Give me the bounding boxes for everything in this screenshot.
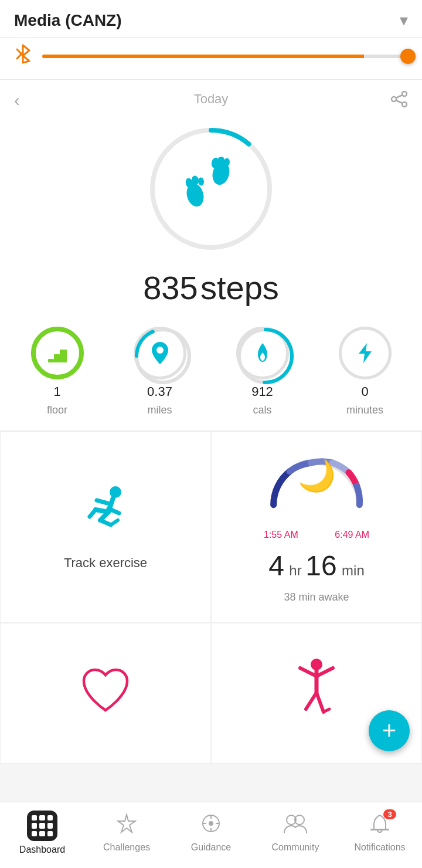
steps-unit: steps — [200, 269, 279, 306]
svg-line-3 — [396, 95, 403, 98]
heart-icon — [79, 666, 132, 721]
minutes-value: 0 — [361, 384, 368, 399]
svg-line-30 — [316, 693, 324, 712]
svg-line-29 — [306, 693, 316, 709]
stat-minutes[interactable]: 0 minutes — [339, 327, 392, 416]
svg-point-2 — [402, 102, 407, 107]
sleep-awake-label: 38 min awake — [284, 591, 349, 603]
svg-point-10 — [198, 177, 204, 186]
steps-section: 835 steps — [0, 113, 422, 321]
fab-plus-icon: + — [382, 718, 397, 743]
stats-row: 1 floor 0.37 miles — [0, 321, 422, 431]
steps-count: 835 — [143, 269, 198, 306]
community-icon — [283, 813, 308, 839]
cals-label: cals — [253, 404, 271, 416]
chevron-down-icon[interactable]: ▾ — [400, 11, 408, 30]
cals-value: 912 — [251, 384, 273, 399]
guidance-icon — [200, 813, 222, 839]
media-bar: Media (CANZ) ▾ — [0, 0, 422, 38]
volume-slider[interactable] — [42, 55, 408, 58]
nav-label-community: Community — [272, 842, 319, 853]
cards-grid: Track exercise 🌙 — [0, 431, 422, 764]
nav-item-community[interactable]: Community — [253, 802, 338, 868]
stat-floor[interactable]: 1 floor — [31, 327, 84, 416]
nav-label-challenges: Challenges — [103, 842, 150, 853]
dashboard-main: ‹ Today — [0, 80, 422, 764]
svg-point-0 — [402, 91, 407, 96]
floor-circle — [31, 327, 84, 379]
heart-rate-card[interactable] — [0, 623, 211, 764]
media-title: Media (CANZ) — [14, 11, 122, 30]
floor-label: floor — [47, 404, 67, 416]
miles-label: miles — [147, 404, 172, 416]
nav-label-guidance: Guidance — [191, 842, 232, 853]
sleep-card[interactable]: 🌙 1:55 AM 6:49 AM 4 hr 16 min 38 min awa… — [211, 432, 422, 623]
notifications-badge: 3 — [383, 809, 396, 819]
sleep-moon-icon: 🌙 — [298, 458, 336, 494]
sleep-start-time: 1:55 AM — [264, 530, 298, 540]
nav-left-arrow[interactable]: ‹ — [14, 90, 20, 110]
minutes-label: minutes — [346, 404, 383, 416]
svg-point-15 — [34, 330, 81, 377]
today-header: ‹ Today — [0, 80, 422, 113]
nav-item-challenges[interactable]: Challenges — [84, 802, 169, 868]
nav-item-dashboard[interactable]: Dashboard — [0, 802, 84, 868]
sleep-arc: 🌙 — [258, 451, 375, 516]
exercise-icon — [79, 484, 132, 546]
slider-thumb — [400, 49, 416, 64]
cals-circle — [236, 327, 289, 379]
notifications-icon-wrapper: 3 — [369, 813, 390, 839]
activity-card[interactable]: + — [211, 623, 422, 764]
steps-circle — [141, 118, 281, 259]
sleep-duration: 4 hr 16 min — [268, 550, 364, 582]
exercise-label: Track exercise — [64, 555, 147, 571]
svg-point-1 — [392, 97, 396, 101]
challenges-icon — [116, 813, 137, 839]
sleep-times: 1:55 AM 6:49 AM — [264, 530, 369, 540]
bluetooth-icon — [14, 43, 32, 69]
svg-point-24 — [110, 486, 121, 498]
nav-label-notifications: Notifications — [354, 842, 405, 853]
bluetooth-slider-row — [0, 38, 422, 80]
footsteps-icon — [179, 157, 243, 221]
stat-miles[interactable]: 0.37 miles — [134, 327, 186, 416]
svg-point-34 — [209, 821, 213, 826]
dashboard-icon — [27, 811, 57, 841]
stat-cals[interactable]: 912 cals — [236, 327, 289, 416]
miles-value: 0.37 — [147, 384, 172, 399]
svg-rect-41 — [370, 829, 389, 830]
nav-label-dashboard: Dashboard — [19, 845, 65, 855]
sleep-end-time: 6:49 AM — [335, 530, 369, 540]
bottom-nav: Dashboard Challenges Guidance — [0, 802, 422, 868]
nav-item-notifications[interactable]: 3 Notifications — [338, 802, 422, 868]
minutes-circle — [339, 327, 392, 379]
today-label: Today — [194, 91, 229, 107]
steps-display: 835 steps — [143, 269, 279, 307]
exercise-card[interactable]: Track exercise — [0, 432, 211, 623]
floor-value: 1 — [53, 384, 60, 399]
nav-item-guidance[interactable]: Guidance — [169, 802, 253, 868]
share-icon[interactable] — [390, 90, 408, 112]
svg-line-4 — [396, 100, 403, 103]
activity-figure-icon — [287, 656, 346, 730]
miles-circle — [134, 327, 186, 379]
svg-marker-32 — [118, 815, 135, 832]
fab-add-button[interactable]: + — [369, 710, 410, 751]
